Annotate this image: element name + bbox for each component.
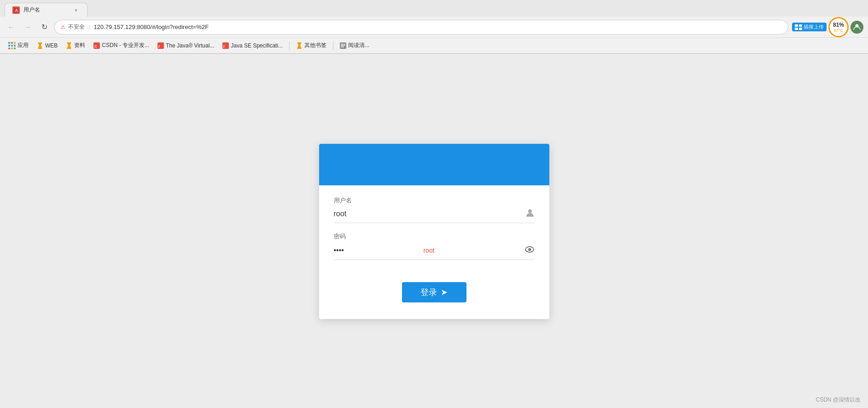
address-bar-row: ← → ↻ ⚠ 不安全 | 120.79.157.129:8080/#/logi… xyxy=(0,17,868,38)
user-avatar-button[interactable] xyxy=(851,21,863,34)
bookmark-reader[interactable]: 阅读清... xyxy=(336,40,373,51)
password-input-wrapper: root xyxy=(334,244,535,260)
address-bar[interactable]: ⚠ 不安全 | 120.79.157.129:8080/#/login?redi… xyxy=(54,20,788,35)
tab-close-button[interactable]: × xyxy=(72,6,80,14)
bookmark-java-se[interactable]: J Java SE Specificati... xyxy=(219,41,286,51)
bookmark-other-label: 其他书签 xyxy=(304,41,326,49)
weather-humidity: 81% xyxy=(833,22,844,28)
password-label: 密码 xyxy=(334,232,535,241)
bookmark-web[interactable]: WEB xyxy=(33,41,61,51)
svg-rect-3 xyxy=(799,24,802,27)
svg-rect-15 xyxy=(341,45,345,46)
bookmark-web-icon xyxy=(37,42,43,49)
username-input-wrapper xyxy=(334,208,535,223)
forward-button[interactable]: → xyxy=(21,21,34,34)
bookmarks-separator xyxy=(289,41,290,50)
svg-point-19 xyxy=(528,248,531,251)
browser-tab[interactable]: ⚠ 用户名 × xyxy=(5,3,87,17)
login-card: 用户名 密码 root xyxy=(319,144,549,319)
extension-button[interactable]: 插搜上传 xyxy=(792,23,827,31)
bookmark-other-icon xyxy=(296,42,303,49)
tab-bar: ⚠ 用户名 × xyxy=(0,0,868,17)
svg-rect-14 xyxy=(341,44,345,45)
username-label: 用户名 xyxy=(334,196,535,205)
bookmark-java-se-label: Java SE Specificati... xyxy=(231,42,283,49)
svg-point-17 xyxy=(528,209,532,213)
watermark-text: CSDN @深情以改 xyxy=(816,396,861,403)
username-form-group: 用户名 xyxy=(334,196,535,223)
svg-rect-5 xyxy=(799,28,802,30)
login-arrow-icon: ➤ xyxy=(441,287,448,297)
svg-text:C: C xyxy=(94,44,97,48)
bookmark-web-label: WEB xyxy=(45,42,58,49)
security-label: 不安全 xyxy=(68,23,85,31)
weather-widget[interactable]: 81% 67°C xyxy=(828,17,849,37)
bookmark-csdn[interactable]: C CSDN - 专业开发... xyxy=(90,40,153,51)
browser-chrome: ⚠ 用户名 × ← → ↻ ⚠ 不安全 | 120.79.157.129:808… xyxy=(0,0,868,54)
apps-icon xyxy=(8,42,16,49)
password-form-group: 密码 root xyxy=(334,232,535,260)
eye-icon[interactable] xyxy=(524,244,535,257)
reload-button[interactable]: ↻ xyxy=(38,21,51,34)
bookmark-resources-icon xyxy=(66,42,72,49)
svg-rect-2 xyxy=(795,24,798,27)
page-footer: CSDN @深情以改 xyxy=(816,396,861,404)
bookmark-java-virtual-icon: J xyxy=(157,42,164,49)
bookmark-resources[interactable]: 资料 xyxy=(62,40,89,51)
user-icon xyxy=(525,208,535,220)
bookmark-java-se-icon: J xyxy=(222,42,229,49)
bookmark-csdn-label: CSDN - 专业开发... xyxy=(102,41,149,49)
svg-text:⚠: ⚠ xyxy=(15,8,18,12)
login-button-label: 登录 xyxy=(420,287,437,298)
page-content: 用户名 密码 root xyxy=(0,54,868,408)
back-button[interactable]: ← xyxy=(5,21,17,34)
svg-text:J: J xyxy=(223,45,225,48)
login-button-wrapper: 登录 ➤ xyxy=(334,269,535,302)
svg-rect-16 xyxy=(341,47,344,47)
browser-actions: 插搜上传 81% 67°C xyxy=(792,17,863,37)
bookmark-java-virtual-label: The Java® Virtual... xyxy=(166,42,214,49)
apps-grid-button[interactable]: 应用 xyxy=(5,40,32,51)
password-input[interactable] xyxy=(334,246,420,254)
svg-point-20 xyxy=(529,248,530,249)
svg-rect-4 xyxy=(795,28,798,30)
bookmarks-separator-2 xyxy=(333,41,333,50)
login-body: 用户名 密码 root xyxy=(319,185,549,319)
bookmark-reader-label: 阅读清... xyxy=(348,41,369,49)
tab-favicon: ⚠ xyxy=(12,6,20,14)
password-hint: root xyxy=(423,247,434,254)
tab-title: 用户名 xyxy=(23,6,40,14)
url-display: 120.79.157.129:8080/#/login?redirect=%2F xyxy=(93,24,209,30)
weather-temperature: 67°C xyxy=(834,28,843,33)
bookmark-reader-icon xyxy=(340,42,346,49)
apps-label: 应用 xyxy=(17,41,29,49)
login-header xyxy=(319,144,549,185)
username-input[interactable] xyxy=(334,210,522,218)
svg-text:J: J xyxy=(158,45,160,48)
bookmark-resources-label: 资料 xyxy=(74,41,85,49)
bookmark-java-virtual[interactable]: J The Java® Virtual... xyxy=(154,41,218,51)
security-icon: ⚠ xyxy=(60,24,65,30)
bookmark-csdn-icon: C xyxy=(93,42,100,49)
login-button[interactable]: 登录 ➤ xyxy=(402,282,466,302)
bookmarks-bar: 应用 WEB 资料 C CSDN - 专业开发... J xyxy=(0,38,868,53)
extension-label: 插搜上传 xyxy=(804,24,824,30)
bookmark-other[interactable]: 其他书签 xyxy=(292,40,330,51)
